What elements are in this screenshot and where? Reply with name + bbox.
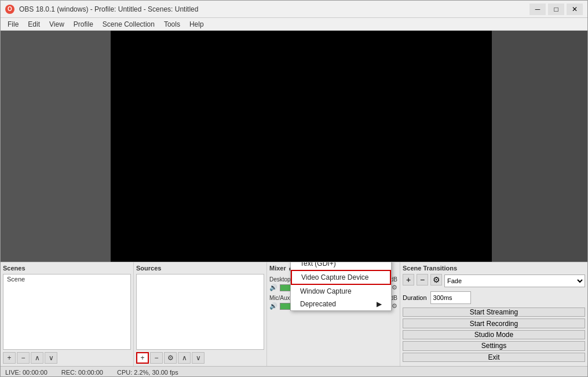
ctx-deprecated[interactable]: Deprecated ▶ — [291, 298, 391, 310]
preview-left-panel — [1, 31, 111, 262]
start-recording-button[interactable]: Start Recording — [403, 319, 585, 328]
scenes-label: Scenes — [3, 265, 131, 272]
status-bar: LIVE: 00:00:00 REC: 00:00:00 CPU: 2.2%, … — [1, 366, 587, 377]
duration-label: Duration — [403, 294, 427, 301]
preview-canvas — [111, 31, 492, 262]
sources-list[interactable] — [136, 274, 264, 350]
app-icon: O — [5, 5, 14, 14]
scenes-down-button[interactable]: ∨ — [45, 352, 57, 364]
exit-button[interactable]: Exit — [403, 353, 585, 362]
cpu-status: CPU: 2.2%, 30.00 fps — [117, 369, 178, 376]
ctx-video-capture[interactable]: Video Capture Device — [291, 270, 391, 285]
transition-remove-button[interactable]: − — [417, 274, 428, 286]
menu-item-scene-collection[interactable]: Scene Collection — [98, 18, 159, 30]
transition-dropdown[interactable]: Fade Cut Swipe Slide — [444, 274, 585, 287]
transitions-label: Scene Transitions — [403, 265, 585, 272]
menu-bar: FileEditViewProfileScene CollectionTools… — [1, 18, 587, 31]
sources-add-button[interactable]: + — [136, 352, 149, 364]
sources-up-button[interactable]: ∧ — [178, 352, 191, 364]
studio-mode-button[interactable]: Studio Mode — [403, 330, 585, 339]
mixer-label: Mixer — [269, 265, 286, 272]
scenes-list[interactable]: Scene — [3, 274, 131, 350]
menu-item-edit[interactable]: Edit — [23, 18, 45, 30]
scenes-toolbar: + − ∧ ∨ — [3, 352, 131, 364]
rec-status: REC: 00:00:00 — [61, 369, 103, 376]
mic-aux-mute-icon[interactable]: 🔊 — [269, 302, 277, 310]
scenes-section: Scenes Scene + − ∧ ∨ — [1, 262, 134, 366]
transition-select-row: + − ⚙ Fade Cut Swipe Slide — [403, 274, 585, 288]
scenes-add-button[interactable]: + — [3, 352, 16, 364]
live-status: LIVE: 00:00:00 — [5, 369, 48, 376]
scenes-up-button[interactable]: ∧ — [31, 352, 43, 364]
menu-item-tools[interactable]: Tools — [159, 18, 185, 30]
title-bar: O OBS 18.0.1 (windows) - Profile: Untitl… — [1, 1, 587, 18]
transition-add-button[interactable]: + — [403, 274, 414, 286]
sources-down-button[interactable]: ∨ — [192, 352, 204, 364]
window-title: OBS 18.0.1 (windows) - Profile: Untitled… — [19, 5, 529, 13]
menu-item-help[interactable]: Help — [185, 18, 209, 30]
desktop-audio-mute-icon[interactable]: 🔊 — [269, 284, 277, 291]
sources-label: Sources — [136, 265, 264, 272]
context-menu: Audio Input Capture Audio Output Capture… — [290, 262, 392, 311]
menu-item-profile[interactable]: Profile — [69, 18, 98, 30]
window-controls: ─ □ ✕ — [529, 3, 583, 15]
ctx-window-capture[interactable]: Window Capture — [291, 285, 391, 298]
menu-item-file[interactable]: File — [3, 18, 23, 30]
submenu-arrow-icon: ▶ — [377, 300, 382, 308]
preview-right-panel — [492, 31, 587, 262]
close-button[interactable]: ✕ — [567, 3, 583, 15]
duration-row: Duration — [403, 291, 585, 304]
transitions-section: Scene Transitions + − ⚙ Fade Cut Swipe S… — [400, 262, 587, 366]
menu-item-view[interactable]: View — [45, 18, 69, 30]
main-content: Scenes Scene + − ∧ ∨ Sources + − ⚙ — [1, 31, 587, 377]
desktop-audio-settings-icon[interactable]: ⚙ — [392, 284, 397, 291]
scene-item[interactable]: Scene — [3, 274, 130, 284]
sources-section: Sources + − ⚙ ∧ ∨ Audio Input Capture Au… — [134, 262, 267, 366]
duration-input[interactable] — [430, 291, 471, 304]
ctx-text-gdi[interactable]: Text (GDI+) — [291, 262, 391, 270]
transition-settings-button[interactable]: ⚙ — [430, 274, 442, 286]
mic-aux-settings-icon[interactable]: ⚙ — [392, 302, 397, 310]
sources-toolbar: + − ⚙ ∧ ∨ — [136, 352, 264, 364]
sources-remove-button[interactable]: − — [150, 352, 163, 364]
settings-button[interactable]: Settings — [403, 341, 585, 350]
start-streaming-button[interactable]: Start Streaming — [403, 308, 585, 317]
sources-settings-button[interactable]: ⚙ — [164, 352, 177, 364]
preview-area — [1, 31, 587, 262]
bottom-panel: Scenes Scene + − ∧ ∨ Sources + − ⚙ — [1, 262, 587, 377]
bottom-sections: Scenes Scene + − ∧ ∨ Sources + − ⚙ — [1, 262, 587, 366]
mic-aux-label: Mic/Aux — [269, 295, 290, 301]
maximize-button[interactable]: □ — [548, 3, 564, 15]
scenes-remove-button[interactable]: − — [17, 352, 30, 364]
minimize-button[interactable]: ─ — [529, 3, 546, 15]
